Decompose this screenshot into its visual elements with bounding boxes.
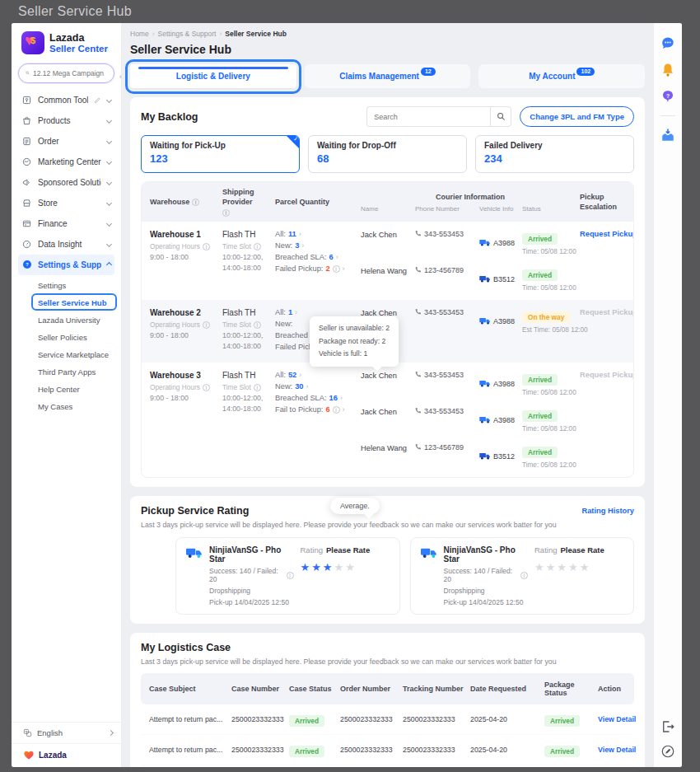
star-rating[interactable]: ★★★★★ — [301, 559, 390, 574]
sidebar-subitem-lazada-university[interactable]: Lazada University — [12, 311, 121, 329]
vehicle-info: A3988 — [479, 230, 522, 255]
rating-history-link[interactable]: Rating History — [581, 507, 634, 515]
my-backlog-panel: My Backlog Change 3PL and FM Type Waitin… — [130, 97, 645, 487]
info-icon[interactable]: i — [203, 243, 210, 250]
brand-name: Lazada — [49, 32, 108, 44]
truck-icon — [479, 275, 491, 283]
truck-icon — [421, 547, 437, 559]
info-icon[interactable]: i — [203, 384, 210, 391]
sidebar-subitem-service-marketplace[interactable]: Service Marketplace — [12, 346, 121, 363]
campaign-search-input[interactable] — [33, 69, 107, 77]
sidebar-subitem-my-cases[interactable]: My Cases — [12, 398, 121, 415]
edit-icon[interactable] — [94, 96, 101, 104]
breadcrumb-home[interactable]: Home — [130, 30, 149, 38]
star-rating[interactable]: ★★★★★ — [534, 559, 623, 574]
os-titlebar: Seller Service Hub — [0, 0, 700, 23]
truck-icon — [479, 416, 491, 423]
search-button[interactable] — [490, 106, 511, 127]
info-icon[interactable]: i — [254, 384, 261, 391]
tab-logistic-delivery[interactable]: Logistic & Delivery — [130, 64, 296, 88]
parcel-failed-link[interactable]: Fail to Pickup:6i› — [275, 405, 361, 414]
backlog-title: My Backlog — [141, 111, 198, 123]
chat-icon[interactable] — [660, 36, 675, 51]
search-icon — [497, 112, 506, 121]
parcel-failed-link[interactable]: Failed Pickup:2i› — [275, 264, 361, 273]
view-detail-link[interactable]: View Detail — [598, 715, 636, 723]
parcel-all-link[interactable]: All:11› — [275, 230, 361, 238]
rating-title: Pickup Service Rating — [141, 505, 249, 517]
sidebar-item-data-insight[interactable]: Data Insight — [18, 234, 114, 255]
request-pickup-link[interactable]: Request Pickupi — [580, 230, 634, 238]
tab-my-account[interactable]: My Account 102 — [478, 64, 645, 88]
info-icon[interactable]: i — [222, 209, 230, 217]
feedback-edit-icon[interactable] — [660, 744, 675, 759]
sidebar-item-order[interactable]: Order — [18, 131, 114, 152]
window-title: Seller Service Hub — [18, 4, 132, 19]
info-icon[interactable]: i — [333, 265, 340, 273]
chevron-down-icon — [106, 118, 112, 124]
sidebar-item-sponsored-solution[interactable]: Sponsored Solution — [18, 172, 114, 193]
parcel-all-link[interactable]: All:1› — [275, 308, 361, 316]
account-badge: 102 — [576, 68, 595, 76]
sidebar-item-common-tools[interactable]: Common Tools — [18, 90, 114, 110]
change-3pl-button[interactable]: Change 3PL and FM Type — [520, 106, 634, 127]
view-detail-link[interactable]: View Detail — [598, 746, 636, 754]
breadcrumb-section[interactable]: Settings & Support — [158, 30, 217, 38]
status-badge: Arrived — [522, 233, 558, 245]
main-content: Home › Settings & Support › Seller Servi… — [122, 23, 653, 767]
card-waiting-dropoff[interactable]: Waiting for Drop-Off 68 — [308, 135, 467, 173]
sidebar-subitem-seller-policies[interactable]: Seller Policies — [12, 329, 121, 346]
notification-bell-icon[interactable] — [660, 63, 675, 77]
sidebar-item-products[interactable]: Products — [18, 110, 114, 131]
parcel-breached-link[interactable]: Breached SLA:6› — [275, 253, 361, 261]
language-selector[interactable]: English — [12, 722, 121, 743]
sidebar-subitem-seller-service-hub[interactable]: Seller Service Hub — [12, 294, 121, 311]
sidebar-item-store[interactable]: Store — [18, 193, 114, 213]
parcel-new-link[interactable]: New:3› — [275, 241, 361, 250]
lazada-heart-icon — [23, 750, 35, 760]
warehouse-row: Warehouse 2 Operating Hoursi 9:00 - 18:0… — [142, 300, 633, 363]
truck-icon — [479, 317, 491, 325]
info-icon[interactable]: i — [192, 199, 199, 206]
status-badge: Arrived — [289, 746, 324, 757]
info-icon[interactable]: i — [333, 406, 340, 414]
question-circle-icon: ? — [21, 260, 32, 270]
sidebar-item-finance[interactable]: Finance — [18, 213, 114, 234]
inbox-download-icon[interactable] — [660, 128, 675, 143]
status-badge: Arrived — [522, 447, 558, 458]
backlog-search — [366, 106, 511, 127]
parcel-all-link[interactable]: All:52› — [275, 371, 361, 379]
sidebar-item-settings-support[interactable]: ? Settings & Support — [18, 255, 114, 275]
logout-icon[interactable] — [660, 719, 675, 734]
bag-icon — [21, 115, 32, 126]
phone-number: 123-456789 — [415, 266, 479, 292]
chevron-right-icon — [108, 730, 114, 736]
sidebar-subitem-third-party-apps[interactable]: Third Party Apps — [12, 363, 121, 381]
lazada-logo-icon: ♥$ — [21, 31, 44, 54]
tab-claims-management[interactable]: Claims Management 12 — [305, 64, 471, 88]
info-icon[interactable]: i — [203, 321, 210, 329]
phone-icon — [415, 230, 422, 236]
my-logistics-case-panel: My Logistics Case Last 3 days pick-up se… — [130, 633, 645, 767]
campaign-search[interactable] — [18, 63, 114, 83]
info-icon[interactable]: i — [254, 243, 261, 250]
info-icon[interactable]: i — [254, 321, 261, 329]
phone-number: 343-553453 — [415, 371, 479, 396]
sidebar-item-marketing-center[interactable]: Marketing Center — [18, 152, 114, 172]
info-icon[interactable]: i — [287, 572, 294, 579]
logistics-title: My Logistics Case — [141, 642, 634, 653]
card-waiting-pickup[interactable]: Waiting for Pick-Up 123 ✓ — [141, 135, 300, 173]
help-icon[interactable]: ? — [660, 89, 675, 104]
info-icon[interactable]: i — [520, 572, 528, 579]
parcel-new-link[interactable]: New:30› — [275, 382, 361, 391]
sidebar-subitem-settings[interactable]: Settings — [12, 277, 121, 294]
card-failed-delivery[interactable]: Failed Delivery 234 — [475, 135, 634, 173]
translate-icon — [23, 728, 32, 737]
parcel-breached-link[interactable]: Breached SLA:16› — [275, 394, 361, 402]
truck-icon — [479, 380, 491, 387]
sidebar-footer: Lazada — [12, 743, 121, 762]
phone-icon — [415, 371, 422, 377]
backlog-search-input[interactable] — [366, 106, 490, 127]
waiting-pickup-count: 123 — [150, 152, 291, 165]
sidebar-subitem-help-center[interactable]: Help Center — [12, 381, 121, 398]
